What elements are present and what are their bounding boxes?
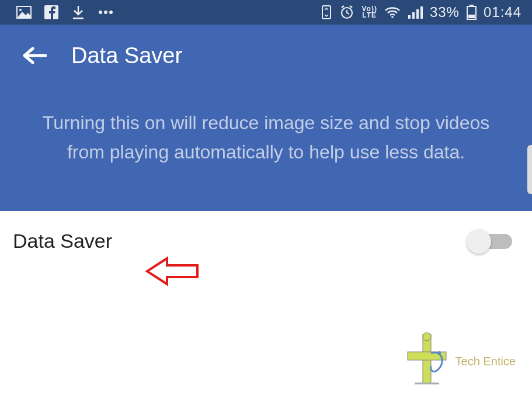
svg-rect-13 [420, 6, 423, 19]
svg-rect-12 [416, 9, 419, 19]
data-saver-row[interactable]: Data Saver [0, 211, 532, 271]
data-saver-toggle[interactable] [469, 234, 512, 249]
picture-icon [16, 6, 32, 19]
svg-rect-16 [468, 15, 475, 18]
watermark: Tech Entice [404, 332, 516, 390]
watermark-text: Tech Entice [455, 355, 516, 368]
status-bar: Vo)) LTE 33% 01:44 [0, 0, 532, 25]
more-icon [98, 10, 113, 15]
toggle-knob [467, 229, 491, 254]
status-right-group: Vo)) LTE 33% 01:44 [321, 4, 521, 20]
back-arrow-icon[interactable] [22, 46, 47, 65]
description-block: Turning this on will reduce image size a… [0, 87, 532, 211]
svg-point-4 [99, 11, 102, 14]
wifi-icon [384, 6, 401, 19]
svg-point-6 [109, 11, 113, 14]
facebook-icon [44, 5, 58, 19]
page-title: Data Saver [71, 43, 182, 68]
svg-point-20 [437, 351, 441, 355]
svg-rect-10 [408, 15, 411, 19]
data-saver-label: Data Saver [13, 230, 112, 253]
svg-point-19 [423, 333, 431, 341]
svg-point-9 [391, 16, 394, 18]
clock-text: 01:44 [484, 4, 521, 20]
data-usage-icon [321, 5, 332, 19]
battery-percent-text: 33% [430, 4, 460, 20]
svg-rect-3 [73, 18, 84, 19]
svg-point-1 [19, 9, 22, 11]
signal-icon [408, 6, 423, 19]
download-icon [71, 5, 85, 20]
svg-point-5 [104, 11, 107, 14]
alarm-icon [339, 5, 354, 20]
status-left-group [16, 5, 113, 20]
description-text: Turning this on will reduce image size a… [41, 109, 491, 167]
battery-icon [467, 5, 477, 20]
app-bar: Data Saver [0, 25, 532, 87]
volte-icon: Vo)) LTE [361, 6, 377, 19]
edge-tab[interactable] [527, 145, 532, 194]
svg-rect-11 [412, 12, 415, 19]
watermark-logo-icon [404, 332, 450, 390]
